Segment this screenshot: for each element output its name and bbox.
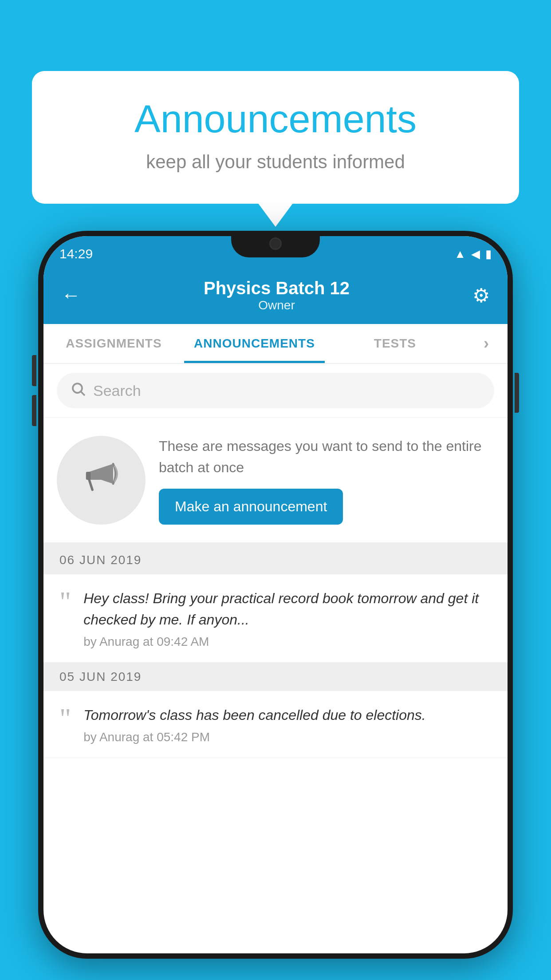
- wifi-icon: ▲: [454, 247, 466, 261]
- signal-icon: ◀: [471, 247, 480, 261]
- back-button[interactable]: ←: [61, 284, 81, 306]
- announcement-meta-2: by Anurag at 05:42 PM: [83, 730, 492, 744]
- announcement-item-1[interactable]: " Hey class! Bring your practical record…: [43, 574, 508, 663]
- announcement-meta-1: by Anurag at 09:42 AM: [83, 635, 492, 649]
- tab-tests[interactable]: TESTS: [325, 324, 465, 363]
- phone-shell: 14:29 ▲ ◀ ▮ ← Physics Batch 12 Owner ⚙: [38, 231, 513, 959]
- promo-description: These are messages you want to send to t…: [159, 435, 494, 478]
- tab-more[interactable]: ›: [465, 324, 508, 363]
- phone-notch: [231, 231, 320, 257]
- status-time: 14:29: [59, 246, 93, 261]
- svg-rect-2: [86, 472, 91, 480]
- settings-button[interactable]: ⚙: [472, 284, 490, 307]
- battery-icon: ▮: [485, 247, 492, 261]
- promo-content: These are messages you want to send to t…: [159, 435, 494, 525]
- date-separator-2: 05 JUN 2019: [43, 663, 508, 691]
- front-camera: [269, 237, 282, 250]
- svg-point-0: [73, 383, 82, 393]
- announcement-content-1: Hey class! Bring your practical record b…: [83, 588, 492, 649]
- header-subtitle: Owner: [81, 298, 472, 312]
- promo-section: These are messages you want to send to t…: [43, 418, 508, 546]
- make-announcement-button[interactable]: Make an announcement: [159, 489, 343, 525]
- bubble-title: Announcements: [67, 98, 484, 141]
- app-header: ← Physics Batch 12 Owner ⚙: [43, 266, 508, 324]
- svg-line-1: [81, 391, 85, 395]
- volume-down-button: [32, 395, 36, 426]
- search-icon: [70, 381, 86, 401]
- status-icons: ▲ ◀ ▮: [454, 247, 492, 261]
- quote-icon-1: ": [59, 590, 71, 613]
- search-box[interactable]: Search: [57, 373, 494, 408]
- announcement-content-2: Tomorrow's class has been cancelled due …: [83, 704, 492, 744]
- announcement-text-2: Tomorrow's class has been cancelled due …: [83, 704, 492, 726]
- tab-assignments[interactable]: ASSIGNMENTS: [43, 324, 184, 363]
- volume-up-button: [32, 355, 36, 386]
- phone-wrapper: 14:29 ▲ ◀ ▮ ← Physics Batch 12 Owner ⚙: [38, 231, 513, 959]
- phone-screen: 14:29 ▲ ◀ ▮ ← Physics Batch 12 Owner ⚙: [43, 236, 508, 953]
- header-title: Physics Batch 12: [81, 278, 472, 298]
- quote-icon-2: ": [59, 707, 71, 730]
- date-separator-1: 06 JUN 2019: [43, 546, 508, 574]
- power-button: [515, 373, 519, 413]
- megaphone-icon: [81, 456, 121, 504]
- announcement-item-2[interactable]: " Tomorrow's class has been cancelled du…: [43, 691, 508, 758]
- tabs-bar: ASSIGNMENTS ANNOUNCEMENTS TESTS ›: [43, 324, 508, 364]
- search-container: Search: [43, 364, 508, 418]
- announcement-text-1: Hey class! Bring your practical record b…: [83, 588, 492, 630]
- speech-bubble: Announcements keep all your students inf…: [32, 71, 519, 204]
- bubble-subtitle: keep all your students informed: [67, 151, 484, 173]
- promo-icon-circle: [57, 436, 146, 525]
- search-placeholder: Search: [93, 382, 141, 399]
- header-center: Physics Batch 12 Owner: [81, 278, 472, 312]
- tab-announcements[interactable]: ANNOUNCEMENTS: [184, 324, 325, 363]
